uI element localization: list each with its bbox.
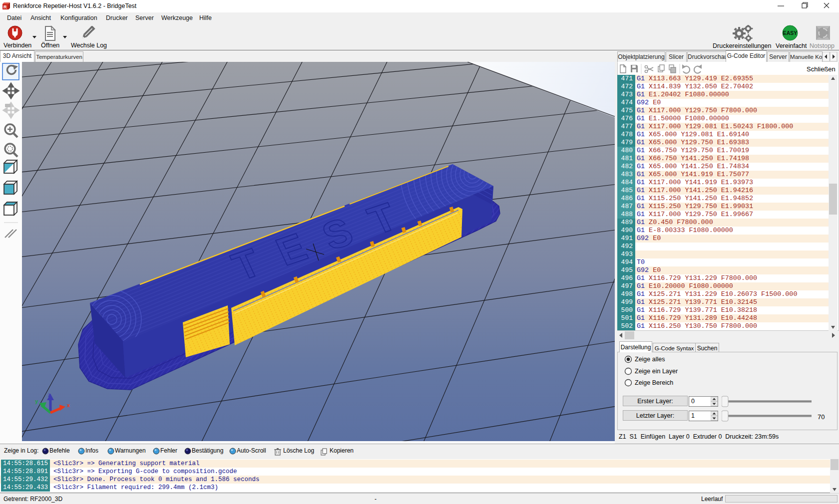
svg-text:Zeige alles: Zeige alles — [635, 356, 665, 363]
svg-text:Schließen: Schließen — [807, 65, 836, 73]
svg-text:Zeige ein Layer: Zeige ein Layer — [635, 368, 678, 375]
svg-text:z: z — [48, 392, 51, 398]
svg-text:R: R — [3, 4, 7, 9]
svg-text:x: x — [67, 402, 70, 408]
svg-text:y: y — [35, 398, 38, 404]
svg-text:EASY: EASY — [783, 30, 798, 36]
svg-text:70: 70 — [818, 413, 825, 421]
svg-text:Zeige Bereich: Zeige Bereich — [635, 379, 673, 386]
